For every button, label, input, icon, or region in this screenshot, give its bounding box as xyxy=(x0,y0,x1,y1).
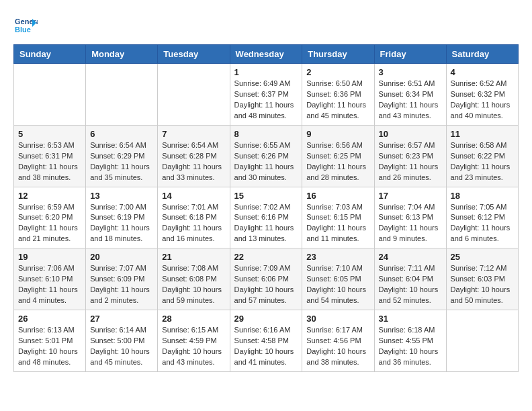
day-info: Sunrise: 6:54 AM Sunset: 6:29 PM Dayligh… xyxy=(90,140,153,183)
day-info: Sunrise: 6:16 AM Sunset: 4:58 PM Dayligh… xyxy=(234,325,298,368)
day-number: 31 xyxy=(379,314,442,324)
day-number: 16 xyxy=(306,191,369,201)
calendar-week-row: 5Sunrise: 6:53 AM Sunset: 6:31 PM Daylig… xyxy=(14,125,519,187)
calendar-day-cell: 5Sunrise: 6:53 AM Sunset: 6:31 PM Daylig… xyxy=(14,125,86,187)
day-info: Sunrise: 7:06 AM Sunset: 6:10 PM Dayligh… xyxy=(18,263,81,306)
day-info: Sunrise: 7:10 AM Sunset: 6:05 PM Dayligh… xyxy=(306,263,369,306)
day-info: Sunrise: 6:59 AM Sunset: 6:20 PM Dayligh… xyxy=(18,202,81,245)
logo: General Blue xyxy=(13,13,40,38)
day-info: Sunrise: 7:00 AM Sunset: 6:19 PM Dayligh… xyxy=(90,202,153,245)
calendar-day-cell: 20Sunrise: 7:07 AM Sunset: 6:09 PM Dayli… xyxy=(86,248,158,310)
svg-text:Blue: Blue xyxy=(15,26,31,34)
calendar-day-cell: 18Sunrise: 7:05 AM Sunset: 6:12 PM Dayli… xyxy=(446,187,518,248)
page-header: General Blue xyxy=(13,13,519,38)
day-number: 1 xyxy=(234,67,298,77)
weekday-header-row: SundayMondayTuesdayWednesdayThursdayFrid… xyxy=(14,45,519,64)
day-number: 26 xyxy=(18,314,81,324)
day-info: Sunrise: 6:18 AM Sunset: 4:55 PM Dayligh… xyxy=(379,325,442,368)
calendar-day-cell: 24Sunrise: 7:11 AM Sunset: 6:04 PM Dayli… xyxy=(374,248,446,310)
day-number: 25 xyxy=(451,252,514,262)
day-number: 6 xyxy=(90,129,153,139)
calendar-day-cell xyxy=(14,64,86,126)
day-number: 19 xyxy=(18,252,81,262)
day-info: Sunrise: 6:13 AM Sunset: 5:01 PM Dayligh… xyxy=(18,325,81,368)
calendar-day-cell xyxy=(446,310,518,372)
calendar-day-cell: 11Sunrise: 6:58 AM Sunset: 6:22 PM Dayli… xyxy=(446,125,518,187)
day-number: 24 xyxy=(379,252,442,262)
calendar-day-cell: 28Sunrise: 6:15 AM Sunset: 4:59 PM Dayli… xyxy=(158,310,230,372)
calendar-day-cell: 23Sunrise: 7:10 AM Sunset: 6:05 PM Dayli… xyxy=(302,248,374,310)
day-number: 4 xyxy=(451,67,514,77)
day-info: Sunrise: 7:08 AM Sunset: 6:08 PM Dayligh… xyxy=(162,263,225,306)
calendar-day-cell: 3Sunrise: 6:51 AM Sunset: 6:34 PM Daylig… xyxy=(374,64,446,126)
day-number: 9 xyxy=(306,129,369,139)
day-info: Sunrise: 7:12 AM Sunset: 6:03 PM Dayligh… xyxy=(451,263,514,306)
calendar-day-cell: 9Sunrise: 6:56 AM Sunset: 6:25 PM Daylig… xyxy=(302,125,374,187)
weekday-header-monday: Monday xyxy=(86,45,158,64)
day-info: Sunrise: 6:53 AM Sunset: 6:31 PM Dayligh… xyxy=(18,140,81,183)
calendar-day-cell: 6Sunrise: 6:54 AM Sunset: 6:29 PM Daylig… xyxy=(86,125,158,187)
day-number: 27 xyxy=(90,314,153,324)
day-info: Sunrise: 6:57 AM Sunset: 6:23 PM Dayligh… xyxy=(379,140,442,183)
day-info: Sunrise: 7:03 AM Sunset: 6:15 PM Dayligh… xyxy=(306,202,369,245)
day-number: 12 xyxy=(18,191,81,201)
weekday-header-tuesday: Tuesday xyxy=(158,45,230,64)
calendar-week-row: 19Sunrise: 7:06 AM Sunset: 6:10 PM Dayli… xyxy=(14,248,519,310)
day-info: Sunrise: 6:55 AM Sunset: 6:26 PM Dayligh… xyxy=(234,140,298,183)
day-number: 15 xyxy=(234,191,298,201)
day-number: 11 xyxy=(451,129,514,139)
calendar-week-row: 12Sunrise: 6:59 AM Sunset: 6:20 PM Dayli… xyxy=(14,187,519,248)
day-number: 14 xyxy=(162,191,225,201)
calendar-week-row: 1Sunrise: 6:49 AM Sunset: 6:37 PM Daylig… xyxy=(14,64,519,126)
day-info: Sunrise: 6:50 AM Sunset: 6:36 PM Dayligh… xyxy=(306,79,369,122)
day-info: Sunrise: 6:14 AM Sunset: 5:00 PM Dayligh… xyxy=(90,325,153,368)
day-number: 18 xyxy=(451,191,514,201)
day-info: Sunrise: 7:11 AM Sunset: 6:04 PM Dayligh… xyxy=(379,263,442,306)
calendar-day-cell: 14Sunrise: 7:01 AM Sunset: 6:18 PM Dayli… xyxy=(158,187,230,248)
day-info: Sunrise: 7:05 AM Sunset: 6:12 PM Dayligh… xyxy=(451,202,514,245)
weekday-header-thursday: Thursday xyxy=(302,45,374,64)
calendar-day-cell: 19Sunrise: 7:06 AM Sunset: 6:10 PM Dayli… xyxy=(14,248,86,310)
day-info: Sunrise: 6:54 AM Sunset: 6:28 PM Dayligh… xyxy=(162,140,225,183)
day-info: Sunrise: 7:01 AM Sunset: 6:18 PM Dayligh… xyxy=(162,202,225,245)
calendar-day-cell: 31Sunrise: 6:18 AM Sunset: 4:55 PM Dayli… xyxy=(374,310,446,372)
calendar-day-cell: 16Sunrise: 7:03 AM Sunset: 6:15 PM Dayli… xyxy=(302,187,374,248)
calendar-day-cell: 8Sunrise: 6:55 AM Sunset: 6:26 PM Daylig… xyxy=(230,125,302,187)
weekday-header-friday: Friday xyxy=(374,45,446,64)
calendar-day-cell: 17Sunrise: 7:04 AM Sunset: 6:13 PM Dayli… xyxy=(374,187,446,248)
day-info: Sunrise: 7:02 AM Sunset: 6:16 PM Dayligh… xyxy=(234,202,298,245)
day-number: 10 xyxy=(379,129,442,139)
calendar-day-cell: 30Sunrise: 6:17 AM Sunset: 4:56 PM Dayli… xyxy=(302,310,374,372)
day-number: 23 xyxy=(306,252,369,262)
day-info: Sunrise: 6:56 AM Sunset: 6:25 PM Dayligh… xyxy=(306,140,369,183)
day-info: Sunrise: 7:07 AM Sunset: 6:09 PM Dayligh… xyxy=(90,263,153,306)
day-info: Sunrise: 7:04 AM Sunset: 6:13 PM Dayligh… xyxy=(379,202,442,245)
day-number: 17 xyxy=(379,191,442,201)
day-number: 29 xyxy=(234,314,298,324)
day-number: 7 xyxy=(162,129,225,139)
calendar-day-cell: 26Sunrise: 6:13 AM Sunset: 5:01 PM Dayli… xyxy=(14,310,86,372)
calendar-week-row: 26Sunrise: 6:13 AM Sunset: 5:01 PM Dayli… xyxy=(14,310,519,372)
calendar-day-cell xyxy=(158,64,230,126)
calendar-table: SundayMondayTuesdayWednesdayThursdayFrid… xyxy=(13,44,519,372)
weekday-header-saturday: Saturday xyxy=(446,45,518,64)
day-number: 2 xyxy=(306,67,369,77)
day-number: 13 xyxy=(90,191,153,201)
calendar-day-cell: 21Sunrise: 7:08 AM Sunset: 6:08 PM Dayli… xyxy=(158,248,230,310)
calendar-day-cell: 10Sunrise: 6:57 AM Sunset: 6:23 PM Dayli… xyxy=(374,125,446,187)
day-number: 5 xyxy=(18,129,81,139)
calendar-day-cell: 7Sunrise: 6:54 AM Sunset: 6:28 PM Daylig… xyxy=(158,125,230,187)
logo-icon: General Blue xyxy=(13,13,38,38)
day-info: Sunrise: 6:49 AM Sunset: 6:37 PM Dayligh… xyxy=(234,79,298,122)
day-info: Sunrise: 6:52 AM Sunset: 6:32 PM Dayligh… xyxy=(451,79,514,122)
day-number: 30 xyxy=(306,314,369,324)
day-number: 3 xyxy=(379,67,442,77)
day-info: Sunrise: 7:09 AM Sunset: 6:06 PM Dayligh… xyxy=(234,263,298,306)
calendar-day-cell: 12Sunrise: 6:59 AM Sunset: 6:20 PM Dayli… xyxy=(14,187,86,248)
calendar-day-cell: 1Sunrise: 6:49 AM Sunset: 6:37 PM Daylig… xyxy=(230,64,302,126)
day-info: Sunrise: 6:17 AM Sunset: 4:56 PM Dayligh… xyxy=(306,325,369,368)
day-number: 8 xyxy=(234,129,298,139)
day-info: Sunrise: 6:15 AM Sunset: 4:59 PM Dayligh… xyxy=(162,325,225,368)
calendar-day-cell: 2Sunrise: 6:50 AM Sunset: 6:36 PM Daylig… xyxy=(302,64,374,126)
calendar-day-cell: 4Sunrise: 6:52 AM Sunset: 6:32 PM Daylig… xyxy=(446,64,518,126)
